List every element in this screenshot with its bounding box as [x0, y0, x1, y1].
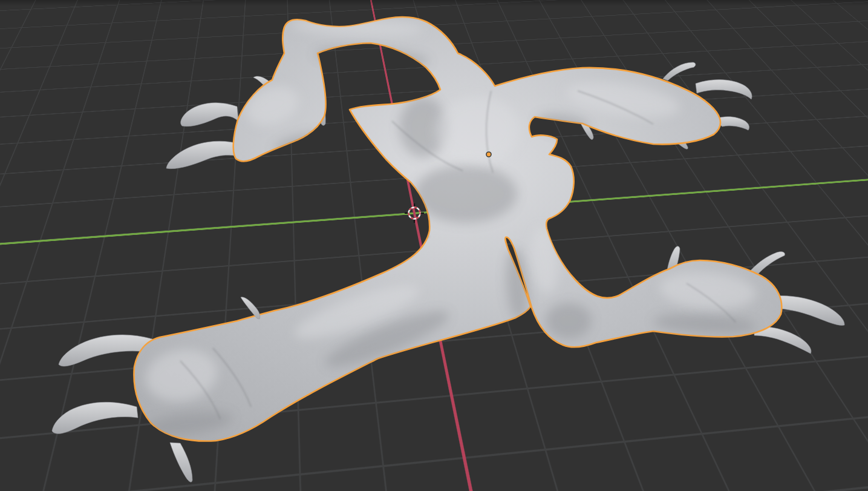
claw-object[interactable] [52, 402, 138, 433]
origin-point [486, 152, 491, 157]
creature-mesh[interactable] [134, 17, 782, 441]
claw-object[interactable] [170, 443, 192, 482]
claw-object[interactable] [166, 141, 242, 169]
cursor-3d [405, 203, 424, 223]
scene-overlay [0, 0, 868, 491]
3d-viewport[interactable] [0, 0, 868, 491]
claw-object[interactable] [241, 297, 260, 319]
claw-object[interactable] [663, 62, 696, 81]
claw-object[interactable] [696, 80, 752, 99]
claw-object[interactable] [181, 103, 238, 127]
